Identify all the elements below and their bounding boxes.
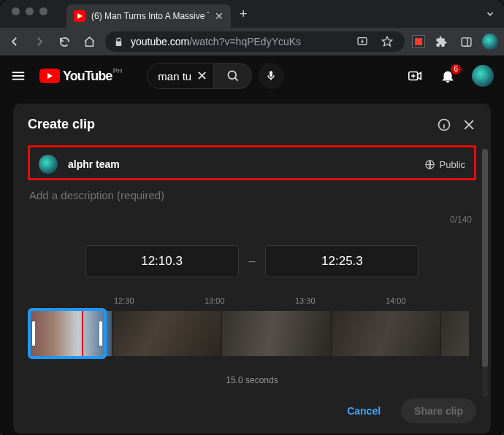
svg-point-2 — [228, 71, 236, 79]
notifications-icon[interactable]: 6 — [440, 68, 456, 84]
panel-scrollbar[interactable] — [481, 149, 489, 397]
start-time-input[interactable]: 12:10.3 — [85, 245, 239, 277]
clear-search-icon[interactable]: ✕ — [196, 68, 207, 84]
side-panel-icon[interactable] — [457, 33, 475, 50]
clip-owner-row: alphr team Public — [28, 145, 476, 180]
close-panel-icon[interactable] — [462, 118, 476, 132]
youtube-wordmark: YouTube — [63, 69, 112, 84]
char-counter: 0/140 — [28, 215, 476, 225]
extensions-puzzle-icon[interactable] — [432, 33, 450, 50]
create-clip-panel: Create clip alphr team Public 0/140 — [13, 104, 491, 434]
search-input-value: man tu — [158, 70, 191, 82]
browser-window: (6) Man Turns Into A Massive T ✕ + youtu… — [0, 0, 504, 435]
youtube-favicon — [74, 10, 85, 22]
globe-icon — [424, 159, 435, 170]
share-clip-button[interactable]: Share clip — [401, 399, 476, 423]
back-button[interactable] — [6, 33, 23, 50]
tick-label: 13:30 — [295, 296, 386, 305]
tabs-menu-chevron-icon[interactable] — [476, 4, 504, 23]
time-range: 12:10.3 – 12:25.3 — [28, 245, 476, 277]
voice-search-icon[interactable] — [258, 63, 284, 89]
close-window-dot[interactable] — [12, 7, 20, 15]
masthead-right: 6 — [406, 65, 494, 87]
timeline-ticks: 12:30 13:00 13:30 14:00 — [28, 296, 476, 305]
account-avatar[interactable] — [472, 65, 494, 87]
search-input[interactable]: man tu ✕ — [147, 63, 214, 89]
end-time-input[interactable]: 12:25.3 — [265, 245, 419, 277]
timeline-thumb — [112, 311, 222, 356]
search-button[interactable] — [214, 63, 252, 89]
cancel-button[interactable]: Cancel — [340, 399, 388, 423]
page-content: YouTube PH man tu ✕ — [0, 55, 504, 435]
clip-duration: 15.0 seconds — [28, 375, 476, 385]
close-tab-icon[interactable]: ✕ — [215, 10, 224, 22]
extension-adblock-icon[interactable] — [412, 35, 425, 48]
notifications-badge: 6 — [451, 64, 461, 74]
tick-label: 13:00 — [205, 296, 295, 305]
selection-handle-right[interactable] — [99, 321, 102, 346]
clip-selection[interactable] — [28, 308, 107, 359]
scroll-thumb[interactable] — [482, 149, 488, 367]
youtube-logo[interactable]: YouTube PH — [39, 69, 112, 84]
tab-title: (6) Man Turns Into A Massive T — [91, 11, 209, 21]
tick-label: 14:00 — [386, 296, 476, 305]
timeline-thumb — [441, 311, 469, 356]
minimize-window-dot[interactable] — [26, 7, 34, 15]
new-tab-button[interactable]: + — [231, 7, 256, 22]
timeline-thumb — [332, 311, 441, 356]
install-app-icon[interactable] — [354, 33, 371, 50]
timeline-thumb — [222, 311, 332, 356]
owner-name: alphr team — [68, 158, 120, 170]
hamburger-menu-icon[interactable] — [10, 68, 26, 84]
maximize-window-dot[interactable] — [39, 7, 47, 15]
panel-header: Create clip — [28, 117, 476, 132]
selection-handle-left[interactable] — [32, 321, 35, 346]
description-input[interactable] — [28, 186, 476, 204]
owner-avatar — [39, 155, 58, 174]
time-range-dash: – — [249, 255, 256, 268]
extension-icons — [412, 33, 498, 50]
clip-timeline[interactable]: 12:30 13:00 13:30 14:00 15.0 se — [28, 296, 476, 369]
forward-button[interactable] — [31, 33, 48, 50]
svg-rect-1 — [462, 37, 471, 45]
bookmark-star-icon[interactable] — [378, 33, 396, 50]
search-container: man tu ✕ — [147, 63, 284, 89]
browser-tab[interactable]: (6) Man Turns Into A Massive T ✕ — [66, 4, 231, 28]
address-bar[interactable]: youtube.com/watch?v=hqPEdyYcuKs — [105, 31, 405, 52]
chrome-profile-avatar[interactable] — [482, 34, 498, 50]
reload-button[interactable] — [56, 33, 73, 50]
lock-icon — [114, 37, 123, 47]
info-icon[interactable] — [437, 118, 451, 132]
panel-title: Create clip — [28, 117, 95, 132]
url-text: youtube.com/watch?v=hqPEdyYcuKs — [131, 36, 346, 47]
window-controls — [6, 0, 55, 20]
panel-actions: Cancel Share clip — [28, 388, 476, 423]
country-code: PH — [113, 67, 123, 74]
create-video-icon[interactable] — [406, 67, 424, 85]
youtube-play-icon — [39, 69, 60, 83]
home-button[interactable] — [80, 33, 98, 50]
tick-label: 12:30 — [114, 296, 205, 305]
visibility-label: Public — [440, 159, 465, 170]
browser-toolbar: youtube.com/watch?v=hqPEdyYcuKs — [0, 28, 504, 55]
visibility-selector[interactable]: Public — [424, 159, 465, 170]
tab-strip: (6) Man Turns Into A Massive T ✕ + — [0, 0, 504, 28]
youtube-masthead: YouTube PH man tu ✕ — [0, 55, 504, 96]
